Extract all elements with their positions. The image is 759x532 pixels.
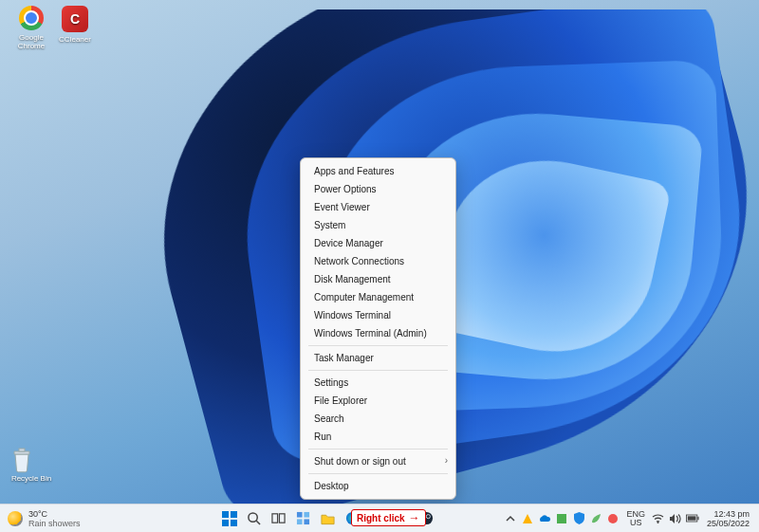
ctx-network-connections[interactable]: Network Connections [301,252,455,270]
svg-line-6 [257,521,261,524]
tray-language[interactable]: ENG US [623,510,648,527]
desktop-icon-label: Recycle Bin [9,474,53,483]
wifi-icon [652,513,664,523]
windows-logo-icon [222,511,237,526]
desktop-icon-label: Google Chrome [9,33,53,50]
svg-rect-12 [305,519,310,524]
ctx-separator [308,449,448,449]
ctx-device-manager[interactable]: Device Manager [301,234,455,252]
svg-rect-1 [222,511,229,518]
ctx-task-manager[interactable]: Task Manager [301,349,455,367]
svg-rect-4 [231,520,237,526]
start-button[interactable] [219,508,240,529]
ctx-disk-management[interactable]: Disk Management [301,270,455,288]
tray-clock[interactable]: 12:43 pm 25/05/2022 [703,509,753,528]
dot-icon [607,513,619,524]
weather-temp: 30°C [28,509,81,519]
weather-desc: Rain showers [28,519,81,528]
ctx-separator [308,370,448,371]
svg-rect-8 [280,514,286,523]
battery-icon [686,514,699,523]
svg-rect-10 [305,512,310,518]
ctx-event-viewer[interactable]: Event Viewer [301,198,455,216]
ctx-system[interactable]: System [301,216,455,234]
shield-icon [574,512,584,524]
desktop-icon-ccleaner[interactable]: C CCleaner [53,6,97,44]
clock-time: 12:43 pm [707,509,750,519]
tray-battery[interactable] [686,512,699,525]
svg-point-19 [608,514,618,523]
taskbar-task-view-button[interactable] [268,508,289,529]
ctx-apps-and-features[interactable]: Apps and Features [301,162,455,180]
arrow-right-icon: → [409,511,420,524]
svg-rect-18 [557,514,566,523]
tray-security[interactable] [572,512,585,525]
weather-icon [8,511,23,526]
speaker-icon [669,513,681,524]
desktop-icon-label: CCleaner [53,35,97,44]
taskbar-widgets-button[interactable] [293,508,314,529]
svg-rect-0 [19,449,25,451]
svg-rect-3 [222,520,229,526]
svg-rect-2 [231,511,237,518]
tray-app-4[interactable] [606,512,620,525]
search-icon [247,511,261,525]
chrome-icon [19,6,44,30]
tray-app-2[interactable] [555,512,568,525]
svg-rect-11 [297,519,303,524]
ctx-desktop[interactable]: Desktop [301,477,455,495]
tray-app-3[interactable] [589,512,602,525]
tray-volume[interactable] [669,512,682,525]
ctx-settings[interactable]: Settings [301,374,455,392]
taskbar-search-button[interactable] [244,508,265,529]
start-context-menu: Apps and Features Power Options Event Vi… [300,157,456,500]
ctx-windows-terminal[interactable]: Windows Terminal [301,306,455,324]
square-icon [556,513,567,524]
task-view-icon [271,511,286,525]
recycle-bin-icon [9,446,34,474]
taskbar-weather-widget[interactable]: 30°C Rain showers [0,509,152,528]
taskbar-file-explorer[interactable] [318,508,339,529]
leaf-icon [590,513,602,524]
ctx-windows-terminal-admin[interactable]: Windows Terminal (Admin) [301,324,455,342]
taskbar-center [152,508,504,529]
annotation-right-click: Right click → [351,509,426,526]
ctx-search[interactable]: Search [301,410,455,428]
lang-line2: US [626,519,645,527]
svg-rect-22 [697,517,698,521]
ctx-computer-management[interactable]: Computer Management [301,288,455,306]
svg-rect-23 [688,516,696,520]
annotation-text: Right click [357,513,405,523]
ctx-separator [308,345,448,346]
taskbar-tray: ENG US 12:43 pm 25/05/2022 [504,509,759,528]
ctx-file-explorer[interactable]: File Explorer [301,392,455,410]
chevron-up-icon [506,514,515,523]
desktop-icon-recycle-bin[interactable]: Recycle Bin [9,446,53,483]
folder-icon [321,512,335,525]
tray-network[interactable] [652,512,665,525]
triangle-icon [522,513,533,524]
cloud-icon [538,514,551,523]
svg-point-20 [657,522,659,523]
svg-point-5 [249,513,257,522]
svg-rect-7 [272,514,278,523]
ctx-separator [308,473,448,474]
tray-chevron-up[interactable] [504,512,517,525]
tray-app-1[interactable] [521,512,534,525]
svg-rect-9 [297,512,303,518]
clock-date: 25/05/2022 [707,519,750,528]
ctx-power-options[interactable]: Power Options [301,180,455,198]
ccleaner-icon: C [62,6,88,32]
ctx-shut-down-or-sign-out[interactable]: Shut down or sign out [301,452,455,470]
ctx-run[interactable]: Run [301,428,455,446]
tray-onedrive[interactable] [538,512,551,525]
desktop-icon-chrome[interactable]: Google Chrome [9,6,53,50]
widgets-icon [296,511,310,525]
